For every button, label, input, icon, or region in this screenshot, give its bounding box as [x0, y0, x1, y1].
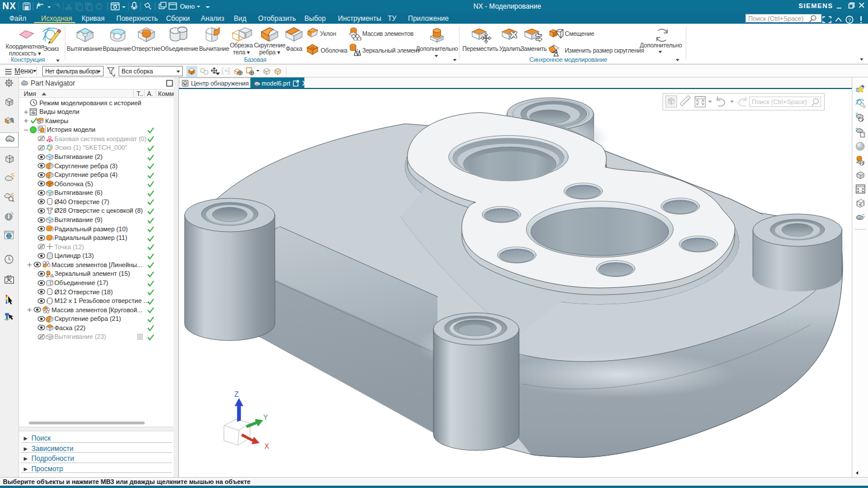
svg-text:Y: Y [263, 413, 268, 422]
svg-text:Z: Z [234, 390, 238, 398]
svg-text:?: ? [848, 17, 851, 23]
svg-text:Окно: Окно [180, 3, 195, 10]
svg-text:X: X [264, 442, 269, 450]
